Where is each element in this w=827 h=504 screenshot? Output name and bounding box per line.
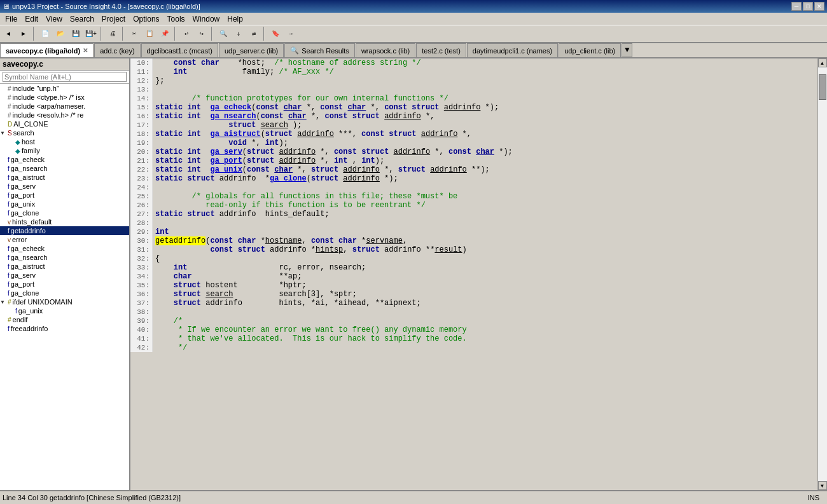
line-number: 25: [130,192,153,201]
tree-item-host[interactable]: ◆ host [0,137,129,146]
toolbar-separator-4 [174,27,177,41]
line-code: const char *host; /* hostname of address… [153,58,817,67]
menu-options[interactable]: Options [129,13,163,25]
scroll-down-button[interactable]: ▼ [818,481,827,490]
tree-item-ga-aistruct-1[interactable]: f ga_aistruct [0,173,129,182]
menu-edit[interactable]: Edit [21,13,42,25]
line-number: 37: [130,299,153,308]
tree-item-include-arpa[interactable]: # include <arpa/nameser. [0,102,129,111]
tree-item-ifdef-unix[interactable]: ▼ # ifdef UNIXDOMAIN [0,297,129,306]
tree-item-ga-clone-1[interactable]: f ga_clone [0,208,129,217]
tree-item-ga-echeck-2[interactable]: f ga_echeck [0,244,129,253]
menu-help[interactable]: Help [223,13,247,25]
line-code: int [153,228,817,236]
line-number: 18: [130,130,153,139]
line-number: 13: [130,85,153,94]
tree-label: search [13,129,34,137]
tab-wrapsock[interactable]: wrapsock.c (lib) [356,43,415,57]
tree-label: ga_port [11,191,34,199]
scroll-thumb[interactable] [819,74,826,100]
tree-item-ga-port-1[interactable]: f ga_port [0,191,129,200]
paste-button[interactable]: 📌 [158,27,172,41]
tree-item-error[interactable]: v error [0,235,129,244]
tree-item-ga-unix-1[interactable]: f ga_unix [0,200,129,208]
collapse-arrow: ▼ [0,130,8,136]
hash-icon: # [8,85,11,92]
symbol-search-input[interactable] [3,72,127,82]
tab-daytime[interactable]: daytimeudpcli1.c (names) [467,43,558,57]
tree-item-ga-nsearch-1[interactable]: f ga_nsearch [0,164,129,173]
tree-item-include-resolv[interactable]: # include <resolv.h> /* re [0,111,129,119]
new-button[interactable]: 📄 [38,27,52,41]
tree-label: ga_echeck [11,156,45,163]
menu-tools[interactable]: Tools [163,13,189,25]
func-icon: f [8,201,10,208]
open-button[interactable]: 📂 [53,27,67,41]
undo-button[interactable]: ↩ [179,27,193,41]
save-button[interactable]: 💾 [69,27,83,41]
tab-close-icon[interactable]: ✕ [83,47,88,54]
tree-item-endif[interactable]: # endif [0,315,129,324]
code-line-39: 39: /* [130,317,817,325]
tree-item-ga-clone-2[interactable]: f ga_clone [0,289,129,297]
tree-item-ga-aistruct-2[interactable]: f ga_aistruct [0,262,129,271]
tree-item-hints-default[interactable]: v hints_default [0,217,129,226]
code-line-31: 31: const struct addrinfo *hintsp, struc… [130,245,817,254]
tree-item-family[interactable]: ◆ family [0,146,129,155]
back-button[interactable]: ◀ [1,27,15,41]
menu-window[interactable]: Window [189,13,224,25]
tab-search-results[interactable]: 🔍 Search Results [284,43,355,57]
menu-file[interactable]: File [1,13,21,25]
menu-bar: File Edit View Search Project Options To… [0,13,827,25]
find-next-button[interactable]: ⇓ [232,27,246,41]
tab-savecopy[interactable]: savecopy.c (libgai\old) ✕ [0,43,94,57]
tree-item-search-struct[interactable]: ▼ S search [0,128,129,137]
tree-item-ai-clone[interactable]: D AI_CLONE [0,119,129,128]
code-editor[interactable]: 10: const char *host; /* hostname of add… [130,58,817,490]
status-bar: Line 34 Col 30 getaddrinfo [Chinese Simp… [0,490,827,504]
tree-item-ga-nsearch-2[interactable]: f ga_nsearch [0,253,129,262]
goto-button[interactable]: → [284,27,298,41]
bookmark-button[interactable]: 🔖 [268,27,282,41]
code-line-33: 33: int rc, error, nsearch; [130,263,817,272]
tab-udp-server[interactable]: udp_server.c (lib) [219,43,284,57]
minimize-button[interactable]: ─ [791,2,802,11]
menu-view[interactable]: View [42,13,66,25]
line-code: /* globals for all functions in this fil… [153,192,817,201]
window-controls[interactable]: ─ □ ✕ [791,2,824,11]
line-number: 22: [130,165,153,174]
cut-button[interactable]: ✂ [127,27,141,41]
forward-button[interactable]: ▶ [17,27,31,41]
tree-item-ga-unix-2[interactable]: f ga_unix [0,306,129,315]
vertical-scrollbar[interactable]: ▲ ▼ [817,58,827,490]
save-all-button[interactable]: 💾+ [84,27,98,41]
tab-dgclibcast[interactable]: dgclibcast1.c (mcast) [141,43,218,57]
window-title: 🖥 unpv13 Project - Source Insight 4.0 - … [3,3,200,10]
tree-item-freeaddrinfo[interactable]: f freeaddrinfo [0,324,129,333]
tree-item-include-unp[interactable]: # include "unp.h" [0,84,129,93]
menu-project[interactable]: Project [98,13,129,25]
tree-item-ga-serv-1[interactable]: f ga_serv [0,182,129,191]
tree-item-getaddrinfo[interactable]: f getaddrinfo [0,226,129,235]
find-button[interactable]: 🔍 [216,27,230,41]
maximize-button[interactable]: □ [803,2,813,11]
print-button[interactable]: 🖨 [106,27,120,41]
tab-more-button[interactable]: ▼ [622,43,632,57]
func-icon: f [8,174,10,181]
copy-button[interactable]: 📋 [142,27,156,41]
tree-item-ga-echeck-1[interactable]: f ga_echeck [0,155,129,164]
menu-search[interactable]: Search [66,13,98,25]
tab-test2[interactable]: test2.c (test) [416,43,466,57]
tree-item-ga-serv-2[interactable]: f ga_serv [0,271,129,280]
line-number: 26: [130,201,153,210]
tab-udp-client[interactable]: udp_client.c (lib) [559,43,621,57]
redo-button[interactable]: ↪ [195,27,209,41]
tree-item-include-ctype[interactable]: # include <ctype.h> /* isx [0,93,129,102]
tab-add[interactable]: add.c (key) [94,43,140,57]
replace-button[interactable]: ⇄ [247,27,261,41]
tree-item-ga-port-2[interactable]: f ga_port [0,280,129,289]
tree-label: ga_nsearch [11,165,48,172]
close-button[interactable]: ✕ [814,2,824,11]
line-code [153,219,817,228]
scroll-up-button[interactable]: ▲ [818,58,827,67]
